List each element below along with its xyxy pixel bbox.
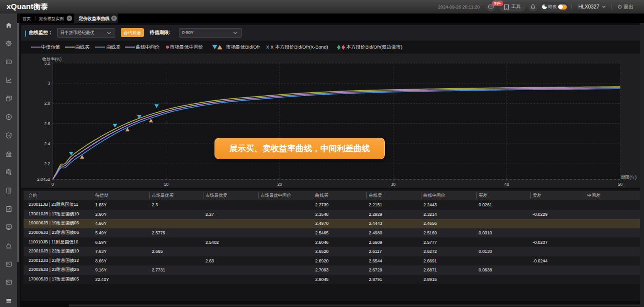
svg-text:期限(年): 期限(年) — [621, 175, 636, 180]
svg-text:2.6: 2.6 — [44, 121, 50, 126]
svg-text:40: 40 — [504, 182, 509, 187]
svg-text:10: 10 — [164, 182, 169, 187]
svg-text:3: 3 — [48, 81, 50, 86]
svg-text:2.0452: 2.0452 — [37, 177, 50, 182]
svg-text:0: 0 — [52, 182, 54, 187]
svg-text:2.4: 2.4 — [44, 141, 50, 146]
svg-text:2.2: 2.2 — [44, 161, 50, 166]
svg-text:$: $ — [10, 172, 12, 175]
svg-text:50: 50 — [618, 182, 623, 187]
svg-text:3.2: 3.2 — [44, 61, 50, 66]
svg-text:30: 30 — [391, 182, 396, 187]
svg-text:20: 20 — [277, 182, 282, 187]
svg-text:2.8: 2.8 — [44, 101, 50, 106]
